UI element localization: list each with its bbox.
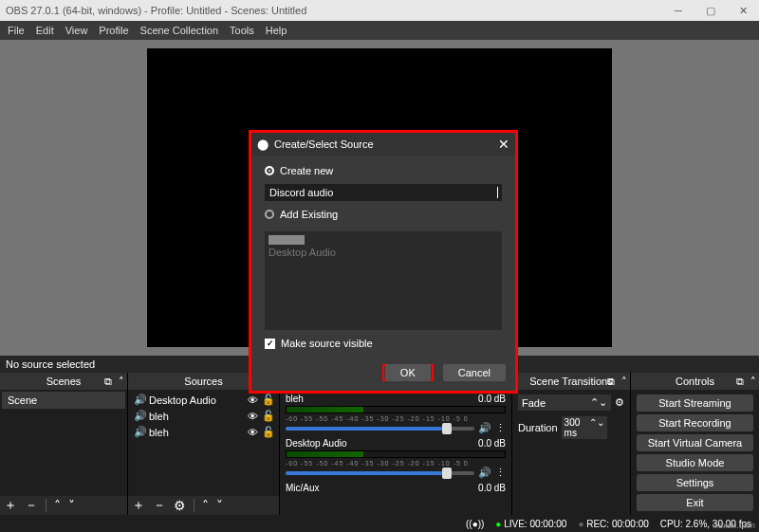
menu-profile[interactable]: Profile xyxy=(99,25,128,36)
speaker-icon: 🔊 xyxy=(134,426,145,438)
popout-icon[interactable]: ⧉ xyxy=(607,376,615,388)
volume-slider[interactable] xyxy=(286,471,474,475)
mixer-list: bleh 0.0 dB -60 -55 -50 -45 -40 -35 -30 … xyxy=(280,390,511,515)
live-label: LIVE: xyxy=(504,519,527,529)
chevron-up-icon[interactable]: ˄ xyxy=(750,376,756,388)
controls-title: Controls xyxy=(676,376,714,387)
lock-icon[interactable]: 🔓 xyxy=(262,426,273,438)
spinner-icon: ⌃⌄ xyxy=(589,417,604,438)
dialog-close-button[interactable]: ✕ xyxy=(498,137,509,152)
source-props-button[interactable]: ⚙ xyxy=(174,498,186,513)
track-name: Desktop Audio xyxy=(286,438,347,449)
lock-icon[interactable]: 🔓 xyxy=(262,394,273,406)
checkbox-checked-icon: ✓ xyxy=(265,339,275,349)
transition-settings-button[interactable]: ⚙ xyxy=(615,396,624,409)
radio-selected-icon xyxy=(265,166,274,175)
chevron-up-icon[interactable]: ˄ xyxy=(119,376,124,388)
menu-edit[interactable]: Edit xyxy=(36,25,54,36)
minimize-button[interactable]: ─ xyxy=(662,0,694,21)
source-item[interactable]: 🔊 bleh 👁 🔓 xyxy=(130,408,277,424)
start-streaming-button[interactable]: Start Streaming xyxy=(637,394,753,412)
source-label: bleh xyxy=(149,411,243,422)
duration-value: 300 ms xyxy=(565,417,589,438)
menu-view[interactable]: View xyxy=(65,25,88,36)
source-item[interactable]: 🔊 Desktop Audio 👁 🔓 xyxy=(130,392,277,408)
transitions-body: Fade ⌃⌄ ⚙ Duration 300 ms ⌃⌄ xyxy=(512,390,630,515)
duration-input[interactable]: 300 ms ⌃⌄ xyxy=(562,416,607,439)
mixer-track: bleh 0.0 dB -60 -55 -50 -45 -40 -35 -30 … xyxy=(282,392,509,436)
transition-select[interactable]: Fade ⌃⌄ xyxy=(518,394,611,411)
controls-dock: Controls ⧉ ˄ Start Streaming Start Recor… xyxy=(631,373,759,515)
ok-button[interactable]: OK xyxy=(385,364,431,381)
scene-down-button[interactable]: ˅ xyxy=(68,498,75,513)
source-up-button[interactable]: ˄ xyxy=(202,498,209,513)
start-virtual-camera-button[interactable]: Start Virtual Camera xyxy=(637,434,753,451)
chevron-up-icon[interactable]: ˄ xyxy=(621,376,627,388)
existing-item[interactable]: Desktop Audio xyxy=(268,247,336,258)
remove-source-button[interactable]: － xyxy=(153,497,166,514)
no-source-label: No source selected xyxy=(6,358,95,370)
create-source-dialog: ⬤ Create/Select Source ✕ Create new Disc… xyxy=(251,133,515,391)
track-menu-button[interactable]: ⋮ xyxy=(495,467,506,479)
radio-unselected-icon xyxy=(265,210,274,219)
track-menu-button[interactable]: ⋮ xyxy=(495,422,506,434)
speaker-icon: 🔊 xyxy=(134,394,145,406)
track-db: 0.0 dB xyxy=(478,438,506,449)
close-button[interactable]: ✕ xyxy=(727,0,759,21)
add-existing-radio[interactable]: Add Existing xyxy=(265,209,502,220)
visibility-icon[interactable]: 👁 xyxy=(247,427,258,438)
mute-button[interactable]: 🔊 xyxy=(478,467,491,479)
popout-icon[interactable]: ⧉ xyxy=(736,376,744,388)
meter-scale: -60 -55 -50 -45 -40 -35 -30 -25 -20 -15 … xyxy=(286,460,506,467)
mute-button[interactable]: 🔊 xyxy=(478,422,491,434)
list-highlight xyxy=(268,235,305,245)
popout-icon[interactable]: ⧉ xyxy=(104,376,112,388)
menu-tools[interactable]: Tools xyxy=(230,25,254,36)
live-time: 00:00:00 xyxy=(529,519,566,529)
scenes-list[interactable]: Scene xyxy=(0,390,127,496)
existing-sources-list[interactable]: Desktop Audio xyxy=(265,231,502,330)
maximize-button[interactable]: ▢ xyxy=(694,0,727,21)
rec-label: REC: xyxy=(586,519,609,529)
docks-row: Scenes ⧉ ˄ Scene ＋ － ˄ ˅ Sources ⧉ ˄ 🔊 D… xyxy=(0,373,759,515)
make-visible-label: Make source visible xyxy=(281,338,373,349)
live-dot-icon: ● xyxy=(495,519,501,529)
lock-icon[interactable]: 🔓 xyxy=(262,410,273,422)
sources-list[interactable]: 🔊 Desktop Audio 👁 🔓 🔊 bleh 👁 🔓 🔊 bleh 👁 … xyxy=(128,390,279,496)
remove-scene-button[interactable]: － xyxy=(25,497,38,514)
divider xyxy=(46,499,46,512)
create-new-radio[interactable]: Create new xyxy=(265,165,502,176)
exit-button[interactable]: Exit xyxy=(637,494,753,511)
speaker-icon: 🔊 xyxy=(134,410,145,422)
rec-dot-icon: ● xyxy=(578,519,583,529)
volume-slider[interactable] xyxy=(286,427,474,431)
scenes-dock: Scenes ⧉ ˄ Scene ＋ － ˄ ˅ xyxy=(0,373,128,515)
visibility-icon[interactable]: 👁 xyxy=(247,394,258,406)
obs-icon: ⬤ xyxy=(257,138,268,151)
volume-meter xyxy=(286,406,506,413)
scene-item[interactable]: Scene xyxy=(2,392,125,409)
menu-help[interactable]: Help xyxy=(266,25,287,36)
add-source-button[interactable]: ＋ xyxy=(132,497,145,514)
add-existing-label: Add Existing xyxy=(280,209,338,220)
menu-file[interactable]: File xyxy=(8,25,25,36)
make-visible-checkbox[interactable]: ✓ Make source visible xyxy=(265,338,502,349)
scenes-header: Scenes ⧉ ˄ xyxy=(0,373,127,390)
window-titlebar: OBS 27.0.1 (64-bit, windows) - Profile: … xyxy=(0,0,759,21)
start-recording-button[interactable]: Start Recording xyxy=(637,414,753,431)
scene-up-button[interactable]: ˄ xyxy=(54,498,61,513)
settings-button[interactable]: Settings xyxy=(637,474,753,491)
menu-scene-collection[interactable]: Scene Collection xyxy=(140,25,219,36)
add-scene-button[interactable]: ＋ xyxy=(4,497,17,514)
source-name-input[interactable]: Discord audio xyxy=(265,184,502,201)
controls-header: Controls ⧉ ˄ xyxy=(631,373,759,390)
cancel-button[interactable]: Cancel xyxy=(443,364,506,381)
source-down-button[interactable]: ˅ xyxy=(216,498,223,513)
visibility-icon[interactable]: 👁 xyxy=(247,411,258,422)
source-item[interactable]: 🔊 bleh 👁 🔓 xyxy=(130,424,277,440)
dialog-highlight: ⬤ Create/Select Source ✕ Create new Disc… xyxy=(249,130,518,394)
track-name: Mic/Aux xyxy=(286,483,320,493)
studio-mode-button[interactable]: Studio Mode xyxy=(637,454,753,471)
meter-scale: -60 -55 -50 -45 -40 -35 -30 -25 -20 -15 … xyxy=(286,415,506,422)
chevron-updown-icon: ⌃⌄ xyxy=(590,396,607,409)
